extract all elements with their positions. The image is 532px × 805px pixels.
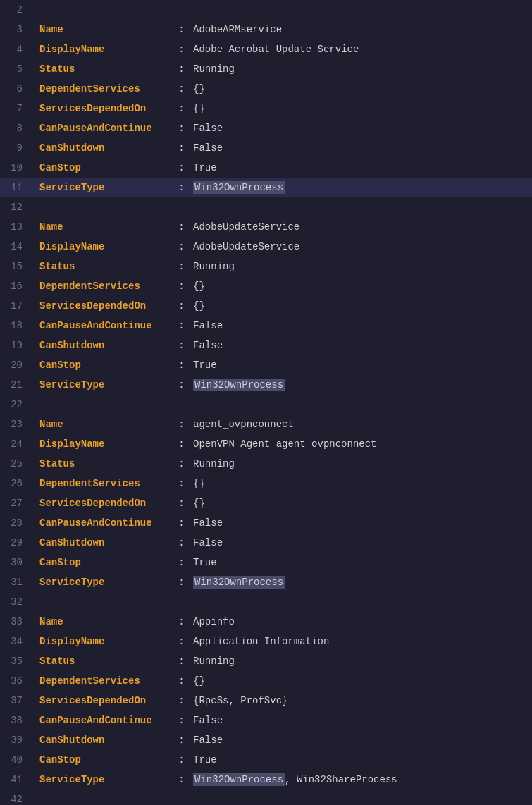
- colon-separator: :: [178, 438, 190, 450]
- line-number: 11: [0, 182, 34, 193]
- property-key: DisplayName: [39, 44, 175, 55]
- line-content: ServicesDependedOn : {RpcSs, ProfSvc}: [34, 695, 532, 706]
- property-key: CanShutdown: [39, 735, 175, 746]
- line-number: 13: [0, 221, 34, 233]
- property-key: ServiceType: [39, 379, 175, 391]
- property-value: AdobeARMservice: [193, 24, 282, 35]
- property-key: ServiceType: [39, 577, 175, 588]
- property-value: AdobeUpdateService: [193, 221, 299, 233]
- property-value: False: [193, 142, 223, 154]
- line-content: ServicesDependedOn : {}: [34, 300, 532, 312]
- line-number: 35: [0, 656, 34, 667]
- line-number: 17: [0, 300, 34, 312]
- line-number: 16: [0, 281, 34, 292]
- line-number: 33: [0, 616, 34, 627]
- code-line: 2: [0, 0, 532, 20]
- line-number: 36: [0, 675, 34, 687]
- line-content: ServicesDependedOn : {}: [34, 103, 532, 114]
- property-key: CanShutdown: [39, 340, 175, 351]
- colon-separator: :: [178, 103, 190, 114]
- code-line: 7ServicesDependedOn : {}: [0, 99, 532, 118]
- property-value: False: [193, 715, 223, 726]
- colon-separator: :: [178, 458, 190, 469]
- code-line: 17ServicesDependedOn : {}: [0, 296, 532, 316]
- line-content: CanPauseAndContinue : False: [34, 320, 532, 331]
- property-key: DisplayName: [39, 241, 175, 252]
- line-content: DependentServices : {}: [34, 675, 532, 687]
- property-value: Running: [193, 458, 235, 469]
- property-key: ServiceType: [39, 774, 175, 785]
- code-line: 13Name : AdobeUpdateService: [0, 217, 532, 237]
- line-content: DisplayName : OpenVPN Agent agent_ovpnco…: [34, 438, 532, 450]
- code-line: 5Status : Running: [0, 59, 532, 79]
- code-line: 42: [0, 789, 532, 805]
- colon-separator: :: [178, 715, 190, 726]
- property-key: ServicesDependedOn: [39, 103, 175, 114]
- code-line: 33Name : Appinfo: [0, 612, 532, 632]
- property-value: False: [193, 735, 223, 746]
- property-key: DependentServices: [39, 675, 175, 687]
- line-content: Name : AdobeUpdateService: [34, 221, 532, 233]
- property-value: OpenVPN Agent agent_ovpnconnect: [193, 438, 376, 450]
- line-number: 30: [0, 557, 34, 568]
- line-number: 4: [0, 44, 34, 55]
- property-value: True: [193, 360, 217, 371]
- line-content: CanPauseAndContinue : False: [34, 517, 532, 529]
- code-line: 25Status : Running: [0, 454, 532, 474]
- property-key: ServicesDependedOn: [39, 695, 175, 706]
- colon-separator: :: [178, 656, 190, 667]
- property-value: {}: [193, 498, 205, 509]
- colon-separator: :: [178, 616, 190, 627]
- code-line: 23Name : agent_ovpnconnect: [0, 414, 532, 434]
- line-content: DependentServices : {}: [34, 83, 532, 94]
- line-content: Status : Running: [34, 261, 532, 272]
- code-line: 16DependentServices : {}: [0, 276, 532, 296]
- line-number: 8: [0, 123, 34, 134]
- colon-separator: :: [178, 142, 190, 154]
- property-value-highlighted: Win32OwnProcess: [193, 773, 285, 786]
- line-content: ServiceType : Win32OwnProcess: [34, 379, 532, 391]
- code-line: 6DependentServices : {}: [0, 79, 532, 99]
- code-line: 24DisplayName : OpenVPN Agent agent_ovpn…: [0, 434, 532, 454]
- code-line: 14DisplayName : AdobeUpdateService: [0, 237, 532, 257]
- colon-separator: :: [178, 695, 190, 706]
- colon-separator: :: [178, 774, 190, 785]
- code-line: 27ServicesDependedOn : {}: [0, 493, 532, 513]
- property-value: False: [193, 340, 223, 351]
- property-key: Status: [39, 63, 175, 75]
- colon-separator: :: [178, 300, 190, 312]
- line-content: DependentServices : {}: [34, 478, 532, 489]
- property-key: Status: [39, 656, 175, 667]
- code-line: 36DependentServices : {}: [0, 671, 532, 691]
- line-number: 32: [0, 596, 34, 608]
- colon-separator: :: [178, 261, 190, 272]
- property-value: False: [193, 320, 223, 331]
- colon-separator: :: [178, 379, 190, 391]
- code-line: 19CanShutdown : False: [0, 336, 532, 355]
- line-number: 3: [0, 24, 34, 35]
- code-line: 15Status : Running: [0, 257, 532, 276]
- colon-separator: :: [178, 537, 190, 548]
- line-content: CanStop : True: [34, 557, 532, 568]
- colon-separator: :: [178, 44, 190, 55]
- property-key: DisplayName: [39, 636, 175, 647]
- code-line: 9CanShutdown : False: [0, 138, 532, 158]
- line-number: 27: [0, 498, 34, 509]
- code-line: 12: [0, 197, 532, 217]
- colon-separator: :: [178, 517, 190, 529]
- property-value: Running: [193, 63, 235, 75]
- property-value: , Win32ShareProcess: [285, 774, 397, 785]
- line-number: 9: [0, 142, 34, 154]
- colon-separator: :: [178, 320, 190, 331]
- line-content: Status : Running: [34, 458, 532, 469]
- property-value: Application Information: [193, 636, 329, 647]
- property-value: Running: [193, 261, 235, 272]
- property-key: DependentServices: [39, 281, 175, 292]
- property-key: Name: [39, 221, 175, 233]
- code-line: 31ServiceType : Win32OwnProcess: [0, 572, 532, 592]
- property-key: ServicesDependedOn: [39, 300, 175, 312]
- colon-separator: :: [178, 735, 190, 746]
- code-line: 37ServicesDependedOn : {RpcSs, ProfSvc}: [0, 691, 532, 711]
- property-value: Adobe Acrobat Update Service: [193, 44, 359, 55]
- line-number: 2: [0, 4, 34, 16]
